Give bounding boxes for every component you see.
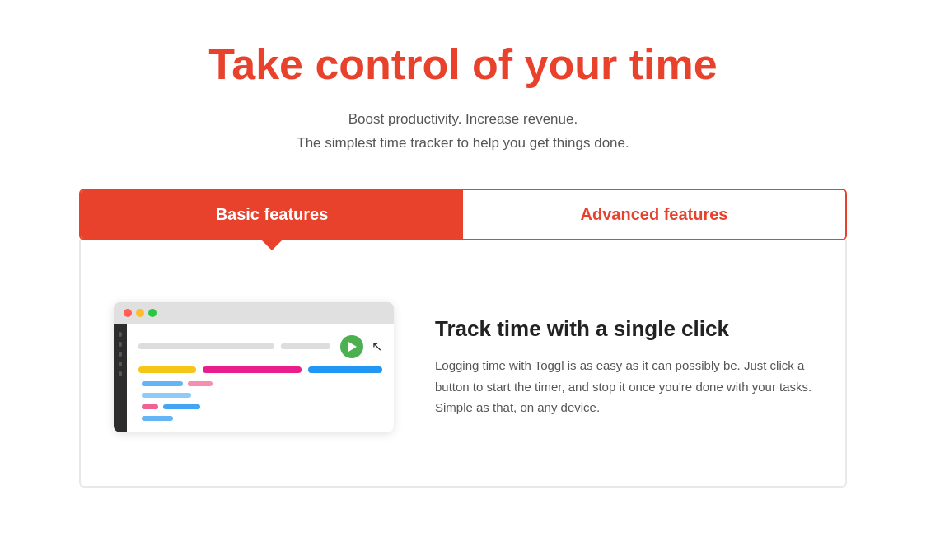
tab-basic[interactable]: Basic features [81, 190, 463, 239]
browser-toolbar [114, 302, 394, 324]
mini-bar-3 [142, 393, 191, 398]
feature-description: Track time with a single click Logging t… [435, 316, 812, 418]
browser-main: ↖ [127, 324, 394, 432]
hero-subtitle: Boost productivity. Increase revenue. Th… [49, 108, 877, 156]
sidebar-bar-1 [119, 332, 122, 337]
hero-title: Take control of your time [49, 41, 877, 88]
entry-row-colors [138, 366, 382, 373]
mini-bar-1 [142, 381, 183, 386]
entry-text-short [281, 343, 330, 349]
feature-text: Logging time with Toggl is as easy as it… [435, 355, 812, 418]
entry-text-placeholder [138, 343, 274, 349]
dot-red [124, 309, 132, 317]
mini-bar-5 [163, 404, 200, 409]
hero-subtitle-line1: Boost productivity. Increase revenue. [348, 111, 578, 127]
hero-section: Take control of your time Boost producti… [33, 0, 893, 189]
cursor-icon: ↖ [372, 338, 382, 354]
sidebar-bar-4 [119, 362, 122, 366]
mini-bar-4 [142, 404, 158, 409]
sidebar-bar-5 [119, 371, 122, 376]
tab-advanced[interactable]: Advanced features [463, 190, 845, 239]
browser-illustration: ↖ [114, 302, 394, 432]
dot-yellow [136, 309, 144, 317]
mini-bar-6 [142, 416, 173, 421]
tabs-container: Basic features Advanced features [79, 189, 847, 240]
colorbar-blue [308, 366, 382, 373]
hero-subtitle-line2: The simplest time tracker to help you ge… [297, 135, 629, 151]
mini-bar-2 [188, 381, 213, 386]
play-button-icon[interactable] [340, 335, 363, 358]
colorbar-yellow [138, 366, 196, 373]
sidebar-bar-2 [119, 342, 122, 347]
sidebar-bar-3 [119, 352, 122, 357]
tab-advanced-label: Advanced features [581, 205, 728, 223]
colorbar-pink [203, 366, 302, 373]
dot-green [148, 309, 157, 317]
content-panel: ↖ [79, 240, 847, 488]
browser-body: ↖ [114, 324, 394, 432]
page-wrapper: Take control of your time Boost producti… [0, 0, 926, 488]
browser-sidebar [114, 324, 127, 432]
tab-basic-label: Basic features [216, 205, 329, 223]
feature-title: Track time with a single click [435, 316, 812, 342]
entry-row-top: ↖ [138, 335, 382, 358]
